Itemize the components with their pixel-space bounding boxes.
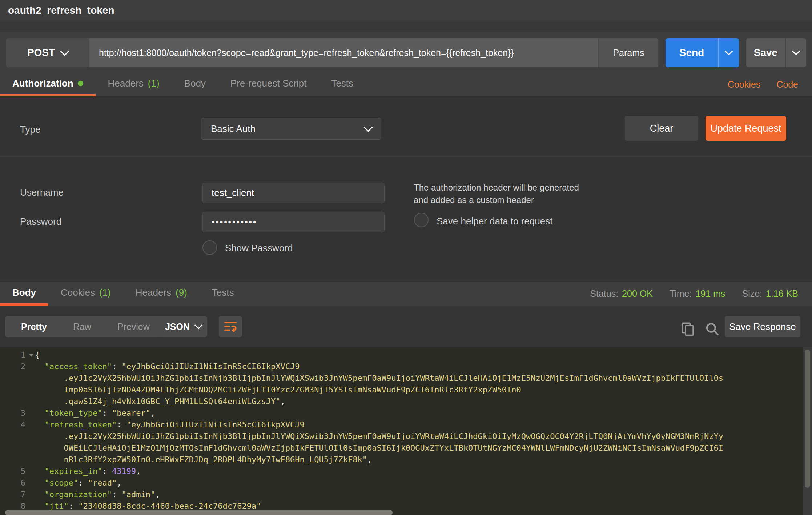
- tab-pre-request-script[interactable]: Pre-request Script: [218, 72, 319, 96]
- code-text: "organization": "admin",: [35, 489, 160, 500]
- code-link[interactable]: Code: [776, 79, 798, 90]
- format-value: JSON: [165, 322, 190, 332]
- code-line: .qawS1Z4j_h4vNx10GBC_Y_PHM1LLSQt64eniWLG…: [0, 396, 812, 407]
- code-token: :: [102, 408, 112, 418]
- meta-label: Size:: [742, 288, 762, 299]
- code-line: OWEiLCJleHAiOjE1MzQ1MjQzMTQsImF1dGhvcml0…: [0, 442, 812, 454]
- code-lines: 1{2 "access_token": "eyJhbGciOiJIUzI1NiI…: [0, 347, 812, 515]
- tab-body[interactable]: Body: [172, 72, 218, 96]
- code-text: {: [35, 349, 40, 361]
- code-token: :: [112, 362, 122, 371]
- code-token: "refresh_token": [45, 420, 117, 429]
- tab-tests[interactable]: Tests: [319, 72, 366, 96]
- code-line: 1{: [0, 349, 812, 361]
- tab-tests[interactable]: Tests: [200, 282, 246, 306]
- line-number: 3: [0, 407, 35, 419]
- save-button[interactable]: Save: [746, 38, 785, 67]
- code-text: .eyJ1c2VyX25hbWUiOiJhZG1pbiIsInNjb3BlIjp…: [35, 372, 723, 384]
- authorization-panel: Type Basic Auth Clear Update Request Use…: [0, 97, 812, 282]
- line-number: 6: [0, 477, 35, 489]
- code-token: "eyJhbGciOiJIUzI1NiIsInR5cCI6IkpXVCJ9: [121, 362, 300, 371]
- horizontal-scrollbar-thumb[interactable]: [5, 510, 393, 515]
- chevron-down-icon: [363, 123, 373, 132]
- code-line: 2 "access_token": "eyJhbGciOiJIUzI1NiIsI…: [0, 361, 812, 372]
- save-button-group: Save: [746, 38, 806, 67]
- fold-caret-icon[interactable]: [29, 354, 34, 357]
- code-token: :: [102, 467, 112, 476]
- tab-authorization[interactable]: Authorization: [0, 72, 96, 96]
- code-token: "expires_in": [45, 467, 102, 476]
- response-body-editor[interactable]: 1{2 "access_token": "eyJhbGciOiJIUzI1NiI…: [0, 347, 812, 515]
- code-token: [35, 490, 45, 499]
- view-mode-preview[interactable]: Preview: [104, 316, 163, 337]
- code-token: :: [78, 478, 88, 487]
- code-token: "token_type": [45, 408, 102, 418]
- code-token: "read": [88, 478, 117, 487]
- tab-label: Cookies: [61, 287, 95, 298]
- code-text: "token_type": "bearer",: [35, 407, 155, 419]
- meta-value: 1.16 KB: [766, 288, 798, 299]
- postman-window: { "window": { "title": "oauth2_refresh_t…: [0, 0, 812, 515]
- update-request-button[interactable]: Update Request: [706, 116, 786, 141]
- tab-body[interactable]: Body: [0, 282, 48, 306]
- line-number: [0, 442, 35, 454]
- code-line: 3 "token_type": "bearer",: [0, 407, 812, 419]
- auth-type-select[interactable]: Basic Auth: [201, 118, 381, 140]
- line-number: 5: [0, 466, 35, 477]
- copy-button[interactable]: [680, 321, 696, 336]
- line-number: 1: [0, 349, 35, 361]
- cookies-link[interactable]: Cookies: [728, 79, 760, 90]
- tab-cookies[interactable]: Cookies(1): [48, 282, 123, 306]
- save-helper-radio[interactable]: [414, 213, 429, 227]
- code-token: ,: [155, 490, 160, 499]
- vertical-scrollbar[interactable]: [803, 347, 812, 515]
- request-url-row: POST http://host1:8000/oauth/token?scope…: [0, 31, 812, 72]
- send-button[interactable]: Send: [666, 38, 718, 67]
- code-token: 43199: [112, 467, 136, 476]
- tab-headers[interactable]: Headers(9): [123, 282, 200, 306]
- line-number: 4: [0, 419, 35, 431]
- code-line: Imp0aSI6IjIzNDA4ZDM4LThjZGMtNDQ2MC1iZWFj…: [0, 384, 812, 396]
- code-text: "scope": "read",: [35, 477, 121, 489]
- view-mode-raw[interactable]: Raw: [60, 316, 104, 337]
- search-button[interactable]: [704, 321, 720, 336]
- params-button[interactable]: Params: [598, 38, 658, 67]
- code-token: nRlc3RfY2xpZW50In0.eHRWxFZDJDq_2RDPL4Dhy…: [35, 455, 367, 464]
- code-line: 7 "organization": "admin",: [0, 489, 812, 500]
- meta-label: Status:: [590, 288, 618, 299]
- password-input[interactable]: [202, 212, 385, 232]
- code-text: OWEiLCJleHAiOjE1MzQ1MjQzMTQsImF1dGhvcml0…: [35, 442, 723, 454]
- code-token: Imp0aSI6IjIzNDA4ZDM4LThjZGMtNDQ2MC1iZWFj…: [35, 385, 521, 394]
- meta-time: Time:191 ms: [670, 288, 725, 299]
- code-token: {: [35, 350, 40, 359]
- code-text: Imp0aSI6IjIzNDA4ZDM4LThjZGMtNDQ2MC1iZWFj…: [35, 384, 521, 396]
- show-password-radio[interactable]: [202, 240, 217, 255]
- send-options-button[interactable]: [718, 38, 739, 67]
- save-options-button[interactable]: [785, 38, 806, 67]
- url-input[interactable]: http://host1:8000/oauth/token?scope=read…: [89, 38, 598, 67]
- tab-count: (1): [99, 287, 111, 298]
- method-dropdown[interactable]: POST: [6, 38, 89, 67]
- tab-count: (9): [176, 287, 187, 298]
- wrap-text-button[interactable]: [219, 316, 242, 337]
- code-token: "access_token": [45, 362, 112, 371]
- save-response-button[interactable]: Save Response: [725, 316, 800, 337]
- code-line: .eyJ1c2VyX25hbWUiOiJhZG1pbiIsInNjb3BlIjp…: [0, 431, 812, 442]
- clear-button[interactable]: Clear: [625, 116, 698, 141]
- tab-headers[interactable]: Headers(1): [96, 72, 172, 96]
- code-token: [35, 408, 45, 418]
- code-token: :: [69, 502, 79, 511]
- save-helper-label: Save helper data to request: [437, 216, 552, 227]
- view-mode-pretty[interactable]: Pretty: [8, 316, 60, 337]
- code-line: nRlc3RfY2xpZW50In0.eHRWxFZDJDq_2RDPL4Dhy…: [0, 454, 812, 466]
- meta-status: Status:200 OK: [590, 288, 653, 299]
- code-text: "expires_in": 43199,: [35, 466, 141, 477]
- wrap-text-icon: [224, 320, 237, 333]
- username-input[interactable]: [202, 183, 385, 203]
- vertical-scrollbar-thumb[interactable]: [805, 350, 810, 488]
- line-number: 2: [0, 361, 35, 372]
- code-token: "jti": [45, 502, 69, 511]
- format-select[interactable]: JSON: [159, 316, 207, 337]
- view-mode-segmented: PrettyRawPreview: [5, 316, 166, 337]
- line-number: [0, 431, 35, 442]
